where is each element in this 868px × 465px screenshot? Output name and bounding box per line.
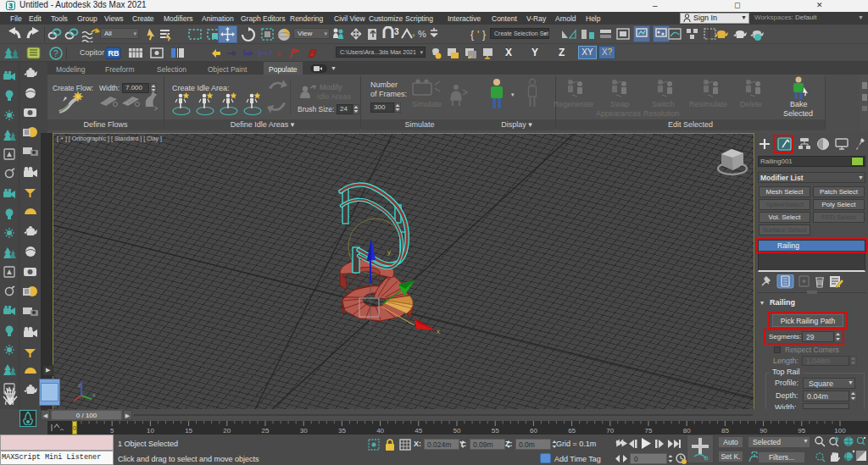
svg-text:50: 50 [453,427,461,435]
svg-text:RB: RB [108,49,120,58]
svg-text:75: 75 [645,427,653,435]
svg-text:90: 90 [760,427,767,435]
svg-text:65: 65 [568,427,576,435]
svg-text:z: z [78,382,81,388]
svg-text:5: 5 [110,427,114,435]
svg-text:20: 20 [223,427,231,435]
svg-text:70: 70 [606,427,614,435]
svg-text:45: 45 [415,427,422,435]
svg-text:°: ° [412,33,415,42]
svg-text:%: % [418,29,426,39]
svg-text:100: 100 [834,427,846,435]
svg-text:85: 85 [721,427,729,435]
svg-text:95: 95 [798,427,805,435]
svg-text:}: } [482,29,486,41]
svg-text:x: x [92,392,96,398]
svg-text:3: 3 [8,2,13,10]
svg-text:ʹ: ʹ [477,29,479,41]
svg-text:55: 55 [492,427,499,435]
svg-text:x: x [437,328,440,335]
svg-text:y: y [387,248,391,256]
svg-text:30: 30 [300,427,308,435]
svg-text:35: 35 [338,427,346,435]
svg-text:25: 25 [262,427,270,435]
svg-text:3: 3 [394,27,399,36]
svg-text:A: A [275,50,282,58]
svg-text:80: 80 [683,427,691,435]
svg-text:10: 10 [147,427,154,435]
svg-text:{: { [470,29,474,41]
svg-text:40: 40 [376,427,384,435]
svg-text:60: 60 [530,427,537,435]
svg-text:15: 15 [185,427,192,435]
svg-text:?: ? [53,49,58,58]
